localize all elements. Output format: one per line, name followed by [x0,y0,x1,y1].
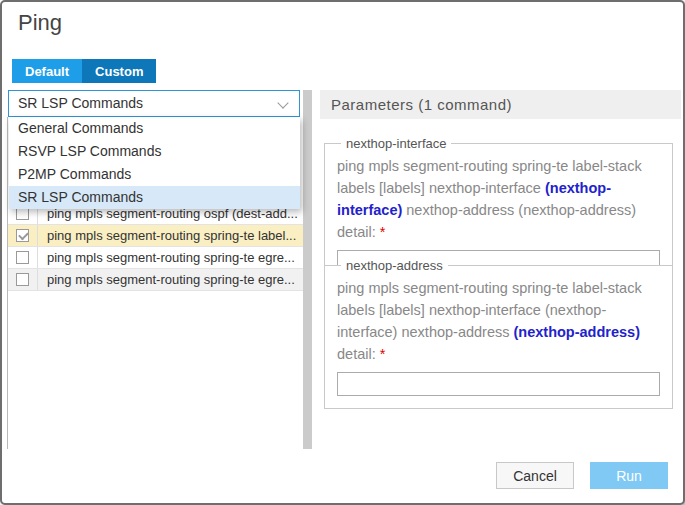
param-description: ping mpls segment-routing spring-te labe… [337,155,660,243]
nexthop-address-input[interactable] [337,372,660,396]
run-button[interactable]: Run [590,462,668,489]
ping-dialog: Ping Default Custom SR LSP Commands ping… [0,0,685,505]
tab-default[interactable]: Default [12,59,82,83]
param-emphasis: (nexthop-address) [514,324,641,340]
param-group-legend: nexthop-interface [341,136,451,151]
command-type-select[interactable]: SR LSP Commands [8,90,300,117]
dropdown-option-general[interactable]: General Commands [9,117,300,140]
command-list-scrollbar[interactable] [303,90,312,449]
command-checkbox[interactable] [16,229,29,242]
command-label: ping mpls segment-routing spring-te egre… [38,250,303,265]
param-group-nexthop-address: nexthop-address ping mpls segment-routin… [324,258,673,409]
param-group-legend: nexthop-address [341,258,448,273]
dialog-title: Ping [18,10,62,36]
command-label: ping mpls segment-routing spring-te egre… [38,272,303,287]
dropdown-option-p2mp[interactable]: P2MP Commands [9,163,300,186]
dropdown-option-rsvp-lsp[interactable]: RSVP LSP Commands [9,140,300,163]
command-row[interactable]: ping mpls segment-routing spring-te egre… [8,269,303,291]
required-marker: * [380,224,386,240]
required-marker: * [380,346,386,362]
param-description: ping mpls segment-routing spring-te labe… [337,277,660,365]
command-checkbox[interactable] [16,251,29,264]
cancel-button[interactable]: Cancel [496,462,574,489]
tab-bar: Default Custom [12,59,156,83]
command-type-dropdown: General Commands RSVP LSP Commands P2MP … [9,117,300,209]
command-type-value: SR LSP Commands [18,95,143,111]
command-list: ping mpls segment-routing ospf (dest-add… [8,203,303,291]
command-checkbox[interactable] [16,273,29,286]
dropdown-option-sr-lsp[interactable]: SR LSP Commands [9,186,300,209]
command-label: ping mpls segment-routing spring-te labe… [38,228,303,243]
tab-custom[interactable]: Custom [82,59,156,83]
parameters-header: Parameters (1 command) [320,90,681,119]
command-row[interactable]: ping mpls segment-routing spring-te egre… [8,247,303,269]
command-row[interactable]: ping mpls segment-routing spring-te labe… [8,225,303,247]
chevron-down-icon [277,97,288,108]
